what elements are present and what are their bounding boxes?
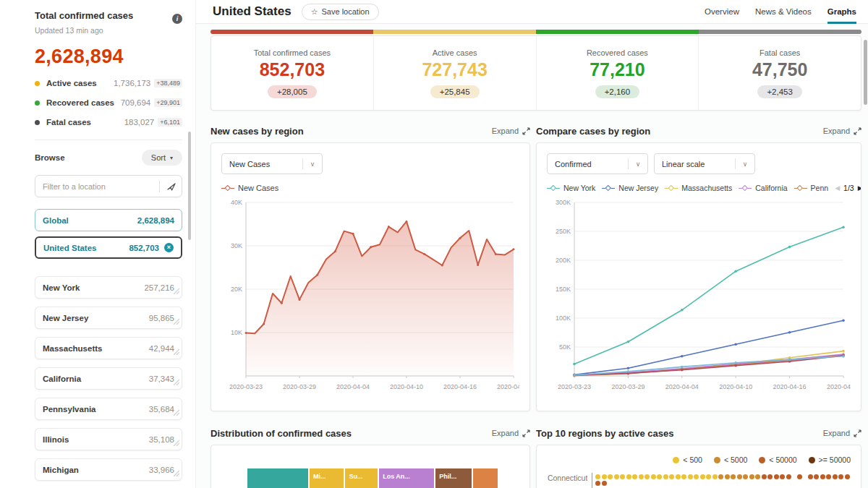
treemap-cell[interactable] [473,468,498,488]
expand-compare-button[interactable]: Expand [823,127,861,135]
case-dot [755,474,760,479]
sort-button[interactable]: Sort ▾ [142,150,182,166]
main-scrollbar[interactable] [864,40,867,105]
expand-distribution-button[interactable]: Expand [492,429,530,437]
region-item[interactable]: Illinois35,108 [35,428,182,450]
legend-label: Penn [811,184,829,192]
stat-value: 183,027 [124,118,155,127]
summary-value: 727,743 [422,59,487,80]
close-icon[interactable]: × [164,243,174,252]
summary-card: Active cases727,743+25,845 [374,36,537,110]
treemap-cell[interactable]: Mi... [310,468,344,488]
case-dot [681,474,686,479]
case-dot [706,474,711,479]
expand-top10-button[interactable]: Expand [823,429,861,437]
case-dot [639,474,644,479]
prev-page-icon[interactable]: ◀ [835,184,840,192]
region-item[interactable]: California37,343 [35,367,182,390]
stat-label: Fatal cases [46,118,124,127]
location-item-global[interactable]: Global 2,628,894 [35,209,182,231]
sparkline-corner-icon [173,469,179,478]
svg-text:2020-04-16: 2020-04-16 [773,383,807,390]
case-dot [786,474,791,479]
updated-timestamp: Updated 13 min ago [35,26,182,35]
location-value: 2,628,894 [137,216,174,225]
treemap-cell[interactable]: Su... [345,468,378,488]
main-panel: United States ☆ Save location Overview N… [195,0,868,488]
info-icon[interactable]: i [172,14,182,24]
case-dot [608,474,613,479]
svg-text:2020-03-29: 2020-03-29 [283,383,316,390]
case-stats-list: Active cases1,736,173+38,489Recovered ca… [35,79,182,127]
svg-text:2020-04-22: 2020-04-22 [827,383,851,390]
region-item[interactable]: New Jersey95,865 [35,307,182,329]
dot-strip-row: Connecticut [547,473,851,488]
case-dot [767,474,773,479]
top10-panel: < 500< 5000< 50000>= 50000 Connecticut [536,445,861,488]
legend-item: < 5000 [714,455,747,464]
legend-item: >= 50000 [809,455,851,464]
treemap-cell[interactable]: Los An... [379,468,434,488]
summary-card: Fatal cases47,750+2,453 [699,36,861,110]
browse-label: Browse [35,153,65,162]
legend-label: < 5000 [724,455,747,464]
filter-input[interactable] [35,182,159,191]
svg-text:250K: 250K [556,228,571,235]
svg-text:2020-04-04: 2020-04-04 [336,383,370,390]
compare-line-chart[interactable]: 50K100K150K200K250K300K2020-03-232020-03… [547,198,851,395]
case-dot [774,474,779,479]
case-dot [595,481,600,486]
legend-label: >= 50000 [819,455,851,464]
expand-label: Expand [492,127,519,135]
sidebar-scrollbar[interactable] [188,132,191,240]
region-item[interactable]: Massachusetts42,944 [35,337,182,359]
sparkline-corner-icon [173,317,179,326]
location-filter [35,175,182,197]
legend-item: New Cases [221,184,278,192]
expand-label: Expand [823,127,850,135]
svg-text:2020-03-23: 2020-03-23 [558,383,591,390]
region-value: 95,865 [149,314,174,322]
new-cases-area-chart[interactable]: 10K20K30K40K2020-03-232020-03-292020-04-… [221,198,519,395]
case-dot [845,474,850,479]
treemap-cell[interactable]: Phil... [435,468,472,488]
chevron-down-icon: ∨ [303,160,322,168]
case-dot [626,474,631,479]
sidebar-title: Total confirmed cases [35,10,133,21]
scale-dropdown[interactable]: Linear scale ∨ [654,153,755,174]
save-location-button[interactable]: ☆ Save location [302,4,379,20]
section-title-distribution: Distribution of confirmed cases [210,428,352,439]
summary-delta-badge: +25,845 [430,85,480,98]
case-stat-row: Recovered cases709,694+29,901 [35,98,182,107]
case-dot [651,474,656,479]
stat-value: 709,694 [121,98,151,107]
region-item[interactable]: Pennsylvania35,684 [35,398,182,420]
location-item-united-states[interactable]: United States 852,703 × [35,236,182,259]
svg-text:2020-04-04: 2020-04-04 [665,383,699,390]
total-confirmed-count: 2,628,894 [35,46,182,68]
new-cases-panel: New Cases ∨ New Cases 10K20K30K40K2020-0… [210,142,530,411]
expand-new-cases-button[interactable]: Expand [492,127,530,135]
treemap-cell[interactable] [247,468,308,488]
case-dot [614,474,619,479]
sparkline-corner-icon [173,348,179,356]
stat-dot-icon [35,100,40,106]
tab-news-videos[interactable]: News & Videos [755,0,812,24]
legend-label: New Cases [238,184,278,192]
summary-cards: Total confirmed cases852,703+28,005Activ… [210,35,861,111]
svg-text:200K: 200K [556,257,571,264]
next-page-icon[interactable]: ▶ [858,184,861,192]
distribution-panel: Mi...Su...Los An...Phil... [210,445,530,488]
locate-icon[interactable] [160,176,182,197]
tab-overview[interactable]: Overview [705,0,739,24]
region-item[interactable]: Michigan33,966 [35,458,182,481]
dot-gap [803,474,807,479]
tab-graphs[interactable]: Graphs [827,0,856,24]
compare-metric-dropdown[interactable]: Confirmed ∨ [547,153,648,174]
new-cases-metric-dropdown[interactable]: New Cases ∨ [221,153,323,174]
location-name: Global [43,216,69,225]
colorbar-segment [536,30,699,34]
expand-icon [854,127,861,135]
region-item[interactable]: New York257,216 [35,276,182,299]
compare-legend: New YorkNew JerseyMassachusettsCaliforni… [547,184,851,192]
